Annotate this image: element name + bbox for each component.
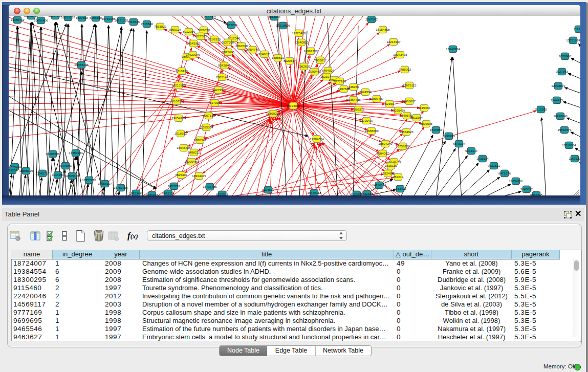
- svg-text:6494024: 6494024: [322, 69, 335, 72]
- svg-text:252214: 252214: [393, 175, 404, 179]
- svg-text:10654112: 10654112: [509, 179, 523, 183]
- svg-text:9732155: 9732155: [361, 192, 374, 195]
- svg-text:8813054: 8813054: [268, 16, 281, 18]
- svg-text:2887682: 2887682: [365, 17, 378, 21]
- svg-text:9457791: 9457791: [168, 184, 181, 188]
- svg-text:1615132: 1615132: [385, 164, 398, 167]
- svg-text:10475113: 10475113: [307, 191, 321, 194]
- svg-text:1244415: 1244415: [551, 98, 563, 102]
- svg-text:10756928: 10756928: [396, 144, 410, 148]
- svg-text:19218506: 19218506: [276, 24, 290, 27]
- svg-text:12093872: 12093872: [551, 84, 565, 87]
- svg-text:7515546: 7515546: [141, 22, 154, 26]
- svg-text:16099489: 16099489: [184, 160, 199, 163]
- svg-text:12923445: 12923445: [129, 191, 143, 195]
- svg-text:8220317: 8220317: [284, 59, 296, 62]
- svg-text:9384067: 9384067: [377, 151, 389, 155]
- svg-text:8878342: 8878342: [194, 138, 207, 142]
- svg-text:7663822: 7663822: [154, 25, 167, 28]
- svg-text:20355718: 20355718: [24, 16, 38, 17]
- svg-text:10543362: 10543362: [186, 41, 201, 45]
- svg-text:19654923: 19654923: [399, 130, 413, 134]
- svg-text:6099695: 6099695: [420, 122, 433, 125]
- svg-text:16782759: 16782759: [114, 186, 128, 189]
- svg-text:3215955: 3215955: [535, 107, 548, 111]
- svg-text:8471676: 8471676: [498, 171, 511, 175]
- svg-text:8912954: 8912954: [183, 30, 195, 33]
- svg-text:1916682: 1916682: [175, 132, 187, 135]
- svg-text:9811504: 9811504: [410, 116, 423, 119]
- svg-text:1362635: 1362635: [298, 64, 311, 68]
- svg-text:16154808: 16154808: [376, 28, 390, 31]
- svg-text:16961758: 16961758: [303, 49, 318, 53]
- svg-text:9327505: 9327505: [194, 34, 207, 38]
- svg-text:8938923: 8938923: [443, 134, 455, 138]
- svg-text:8462114: 8462114: [162, 191, 175, 195]
- svg-text:20364436: 20364436: [346, 98, 361, 101]
- svg-text:9329966: 9329966: [559, 54, 572, 58]
- svg-text:62160: 62160: [385, 102, 394, 105]
- svg-text:14136141: 14136141: [372, 183, 386, 187]
- svg-text:12505135: 12505135: [65, 174, 79, 178]
- svg-text:7485003: 7485003: [399, 68, 411, 71]
- svg-text:2935114: 2935114: [476, 157, 489, 160]
- svg-text:5875685: 5875685: [222, 50, 235, 54]
- svg-text:2718126: 2718126: [176, 69, 188, 73]
- svg-text:16914479: 16914479: [192, 174, 206, 178]
- svg-text:1145193: 1145193: [52, 173, 64, 177]
- svg-text:1167533: 1167533: [569, 157, 580, 160]
- svg-text:20206536: 20206536: [46, 152, 60, 156]
- svg-text:9777169: 9777169: [334, 79, 346, 83]
- svg-text:18724007: 18724007: [286, 104, 300, 107]
- svg-text:7632621: 7632621: [488, 164, 500, 167]
- svg-text:10853257: 10853257: [61, 16, 75, 19]
- svg-text:9224519: 9224519: [262, 188, 275, 191]
- svg-text:11325419: 11325419: [292, 31, 306, 35]
- svg-text:3267130: 3267130: [203, 114, 215, 117]
- svg-text:15716485: 15716485: [203, 185, 217, 188]
- svg-text:1640954: 1640954: [430, 128, 443, 132]
- svg-text:9427552: 9427552: [212, 88, 225, 92]
- svg-text:9146821: 9146821: [258, 52, 271, 56]
- svg-text:1498222: 1498222: [188, 150, 201, 154]
- svg-text:19384554: 19384554: [310, 137, 324, 141]
- svg-text:29053346: 29053346: [74, 63, 89, 67]
- svg-text:991554: 991554: [9, 168, 18, 172]
- svg-text:7515546: 7515546: [127, 20, 140, 24]
- svg-text:15692371: 15692371: [557, 128, 572, 132]
- svg-text:9245652: 9245652: [520, 187, 533, 191]
- svg-text:9660124: 9660124: [169, 28, 182, 31]
- svg-text:19524851: 19524851: [381, 171, 395, 175]
- svg-text:20691406: 20691406: [34, 18, 48, 22]
- svg-text:11535354: 11535354: [199, 125, 213, 129]
- svg-text:17359934: 17359934: [69, 151, 83, 155]
- svg-text:1527602: 1527602: [76, 16, 89, 19]
- svg-text:8454749: 8454749: [247, 48, 259, 51]
- svg-text:19654933: 19654933: [171, 116, 186, 120]
- svg-text:10025438: 10025438: [391, 108, 405, 112]
- svg-text:9115460: 9115460: [418, 106, 430, 110]
- svg-text:10975867: 10975867: [58, 164, 73, 167]
- svg-text:5226058: 5226058: [198, 28, 210, 32]
- svg-text:18300295: 18300295: [266, 112, 280, 115]
- svg-text:9327508: 9327508: [222, 40, 234, 44]
- svg-text:18337351: 18337351: [48, 16, 62, 17]
- svg-text:7386372: 7386372: [352, 107, 365, 111]
- svg-text:10958107: 10958107: [98, 182, 112, 185]
- svg-text:13720407: 13720407: [359, 119, 374, 122]
- svg-text:111254: 111254: [574, 27, 580, 31]
- svg-text:2803144: 2803144: [216, 75, 229, 79]
- svg-text:8186328: 8186328: [208, 37, 221, 41]
- svg-text:10719155: 10719155: [101, 17, 116, 20]
- svg-text:7625402: 7625402: [175, 173, 188, 177]
- svg-text:317006: 317006: [210, 101, 221, 104]
- svg-text:12975115: 12975115: [402, 83, 417, 87]
- svg-text:9031245: 9031245: [530, 193, 543, 195]
- svg-text:17016504: 17016504: [562, 143, 576, 147]
- svg-text:1588521: 1588521: [272, 56, 285, 59]
- svg-text:7857234: 7857234: [225, 23, 238, 27]
- svg-text:7955812: 7955812: [314, 58, 327, 62]
- svg-text:18807249: 18807249: [378, 142, 393, 145]
- svg-text:11568129: 11568129: [19, 169, 33, 172]
- svg-text:6466160: 6466160: [90, 16, 102, 19]
